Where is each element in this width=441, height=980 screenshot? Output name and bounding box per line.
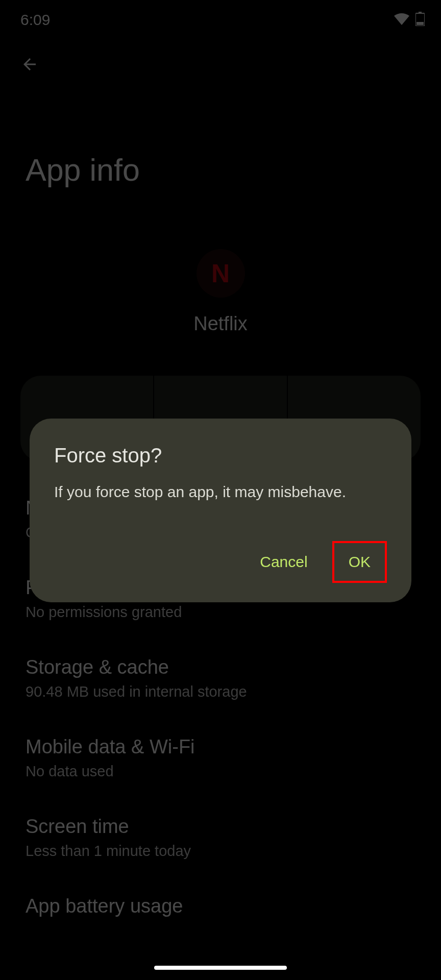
dialog-buttons: Cancel OK (54, 541, 387, 583)
dialog-message: If you force stop an app, it may misbeha… (54, 481, 387, 503)
ok-button[interactable]: OK (332, 541, 387, 583)
force-stop-dialog: Force stop? If you force stop an app, it… (30, 419, 411, 602)
dialog-title: Force stop? (54, 444, 387, 467)
navigation-bar[interactable] (154, 966, 287, 970)
cancel-button[interactable]: Cancel (251, 543, 316, 581)
